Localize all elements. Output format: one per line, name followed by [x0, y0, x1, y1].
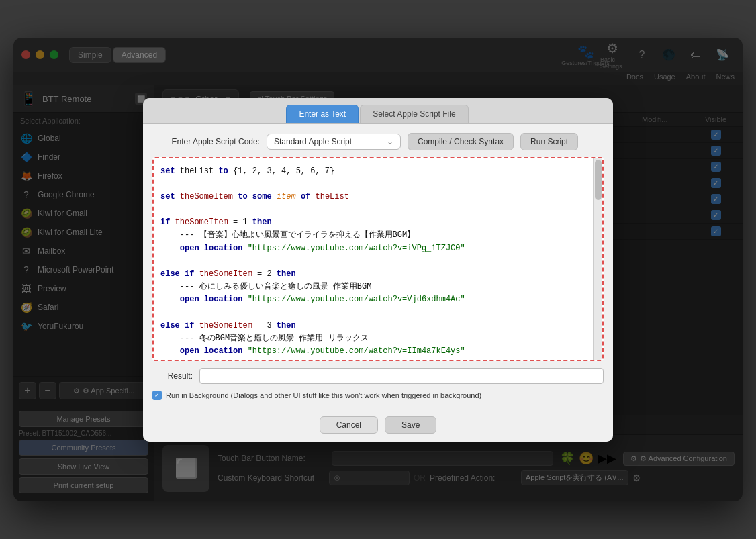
- cancel-button[interactable]: Cancel: [320, 416, 378, 434]
- script-type-arrow-icon: ⌄: [387, 137, 393, 146]
- tab-enter-as-text[interactable]: Enter as Text: [286, 105, 359, 123]
- modal-tabs: Enter as Text Select Apple Script File: [143, 98, 613, 124]
- script-type-value: Standard Apple Script: [274, 137, 352, 146]
- code-options-row: Enter Apple Script Code: Standard Apple …: [152, 133, 604, 150]
- code-area-container: set theList to {1, 2, 3, 4, 5, 6, 7} set…: [152, 157, 604, 361]
- compile-button[interactable]: Compile / Check Syntax: [408, 133, 514, 150]
- script-type-select[interactable]: Standard Apple Script ⌄: [267, 134, 401, 150]
- modal-dialog: Enter as Text Select Apple Script File E…: [143, 98, 613, 442]
- code-scrollbar[interactable]: [593, 158, 602, 360]
- code-display: set theList to {1, 2, 3, 4, 5, 6, 7} set…: [154, 158, 602, 360]
- result-label: Result:: [152, 371, 193, 381]
- bg-checkbox-label: Run in Background (Dialogs and other UI …: [166, 391, 481, 399]
- result-row: Result:: [152, 368, 604, 384]
- tab-select-file[interactable]: Select Apple Script File: [360, 105, 468, 123]
- modal-overlay: Enter as Text Select Apple Script File E…: [13, 38, 743, 501]
- scroll-thumb: [595, 160, 602, 200]
- result-input[interactable]: [199, 368, 604, 384]
- bg-checkbox[interactable]: ✓: [152, 391, 162, 400]
- bg-checkbox-row: ✓ Run in Background (Dialogs and other U…: [152, 391, 604, 400]
- save-button[interactable]: Save: [385, 416, 436, 434]
- modal-body: Enter Apple Script Code: Standard Apple …: [143, 124, 613, 416]
- modal-footer: Cancel Save: [143, 416, 613, 442]
- code-label: Enter Apple Script Code:: [152, 137, 260, 146]
- run-script-button[interactable]: Run Script: [520, 133, 578, 150]
